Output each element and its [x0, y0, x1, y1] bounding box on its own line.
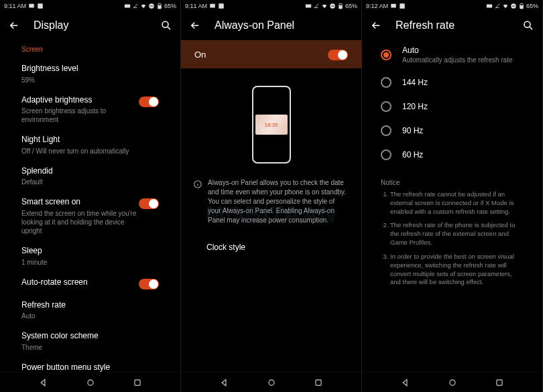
svg-rect-9 [135, 379, 140, 385]
refresh-auto[interactable]: AutoAutomatically adjusts the refresh ra… [362, 39, 542, 70]
phone-frame: 18:35 [252, 86, 291, 164]
status-time: 9:11 AM [4, 3, 26, 9]
svg-rect-26 [520, 5, 523, 9]
card-icon [305, 3, 312, 9]
display-settings-screen: 9:11 AM 65% Display Screen Brightness le… [0, 0, 181, 392]
svg-rect-14 [331, 6, 334, 7]
battery-percent: 65% [345, 3, 357, 9]
status-bar: 9:11 AM 65% [0, 0, 180, 12]
nav-home[interactable] [267, 378, 276, 387]
smart-screen-toggle[interactable] [139, 198, 159, 209]
adaptive-brightness-toggle[interactable] [139, 96, 159, 107]
do-not-disturb-icon [329, 3, 336, 9]
aop-on-label: On [194, 50, 206, 60]
refresh-60[interactable]: 60 Hz [362, 143, 542, 167]
svg-point-18 [268, 379, 274, 385]
nav-back[interactable] [38, 378, 48, 387]
aop-content: On 18:35 Always-on Panel allows you to c… [181, 39, 361, 372]
night-light[interactable]: Night LightOff / Will never turn on auto… [0, 129, 180, 161]
svg-rect-2 [125, 5, 130, 8]
notice-list: The refresh rate cannot be adjusted if a… [371, 190, 542, 287]
svg-rect-19 [316, 379, 321, 385]
back-button[interactable] [370, 19, 382, 31]
picture-icon [37, 3, 44, 9]
aop-toggle[interactable] [328, 50, 348, 60]
svg-rect-29 [497, 379, 502, 385]
picture-icon [218, 3, 225, 9]
aop-enable-row[interactable]: On [181, 40, 361, 68]
preview-time: 18:35 [264, 122, 278, 128]
header: Refresh rate [362, 12, 542, 39]
radio-icon [381, 125, 391, 136]
system-color-scheme[interactable]: System color schemeTheme [0, 326, 180, 357]
svg-point-7 [162, 21, 168, 27]
do-not-disturb-icon [510, 3, 517, 9]
power-button-menu-style[interactable]: Power button menu styleClassical [0, 357, 180, 372]
refresh-90[interactable]: 90 Hz [362, 119, 542, 143]
search-icon [160, 19, 172, 31]
aop-preview: 18:35 [181, 68, 361, 173]
nav-back[interactable] [400, 378, 410, 387]
refresh-rate-screen: 9:12 AM 65% Refresh rate AutoAutomatical… [362, 0, 543, 392]
refresh-120[interactable]: 120 Hz [362, 94, 542, 119]
status-bar: 9:12 AM 65% [362, 0, 542, 12]
notice-item: In order to provide the best on screen v… [390, 253, 524, 287]
adaptive-brightness[interactable]: Adaptive brightnessScreen brightness adj… [0, 90, 180, 130]
section-screen: Screen [0, 39, 180, 58]
svg-rect-24 [512, 6, 515, 7]
brightness-level[interactable]: Brightness level59% [0, 58, 180, 90]
auto-rotate-toggle[interactable] [139, 279, 159, 289]
circle-home-icon [267, 378, 276, 387]
square-recent-icon [133, 378, 142, 387]
triangle-back-icon [38, 378, 48, 387]
back-button[interactable] [8, 19, 20, 31]
settings-list: Screen Brightness level59% Adaptive brig… [0, 39, 180, 372]
navigation-bar [181, 372, 361, 392]
svg-point-27 [524, 21, 530, 27]
notice-item: The refresh rate cannot be adjusted if a… [390, 190, 524, 216]
nav-home[interactable] [448, 378, 457, 387]
wifi-icon [140, 3, 147, 9]
back-button[interactable] [189, 19, 201, 31]
picture-icon [399, 3, 406, 9]
arrow-left-icon [8, 19, 20, 31]
navigation-bar [0, 372, 180, 392]
message-icon [390, 3, 397, 9]
nav-home[interactable] [86, 378, 95, 387]
circle-home-icon [448, 378, 457, 387]
always-on-panel-screen: MOBITAAN 9:11 AM 65% Always-on Panel On [181, 0, 362, 392]
smart-screen-on[interactable]: Smart screen onExtend the screen on time… [0, 192, 180, 241]
nav-recent[interactable] [495, 378, 504, 387]
message-icon [209, 3, 216, 9]
svg-rect-0 [29, 4, 34, 8]
clock-style[interactable]: Clock style [181, 231, 361, 259]
page-title: Display [34, 19, 68, 31]
battery-icon [337, 3, 344, 9]
no-data-icon [313, 3, 320, 9]
circle-home-icon [86, 378, 95, 387]
svg-rect-1 [38, 3, 43, 9]
do-not-disturb-icon [148, 3, 155, 9]
nav-recent[interactable] [314, 378, 323, 387]
card-icon [124, 3, 131, 9]
header: Display [0, 12, 180, 39]
search-button[interactable] [160, 19, 172, 31]
sleep[interactable]: Sleep1 minute [0, 241, 180, 272]
clock-preview: 18:35 [255, 115, 288, 135]
nav-recent[interactable] [133, 378, 142, 387]
notice-item: The refresh rate of the phone is subject… [390, 221, 524, 247]
triangle-back-icon [400, 378, 410, 387]
svg-rect-10 [210, 4, 215, 8]
nav-back[interactable] [219, 378, 229, 387]
splendid[interactable]: SplendidDefault [0, 161, 180, 192]
navigation-bar [362, 372, 542, 392]
aop-info: Always-on Panel allows you to check the … [181, 173, 361, 231]
refresh-rate[interactable]: Refresh rateAuto [0, 295, 180, 326]
radio-icon [381, 77, 391, 88]
auto-rotate-screen[interactable]: Auto-rotate screen [0, 272, 180, 295]
search-button[interactable] [522, 19, 534, 31]
refresh-rate-list: AutoAutomatically adjusts the refresh ra… [362, 39, 542, 372]
wifi-icon [502, 3, 509, 9]
refresh-144[interactable]: 144 Hz [362, 70, 542, 94]
svg-rect-11 [219, 3, 224, 9]
